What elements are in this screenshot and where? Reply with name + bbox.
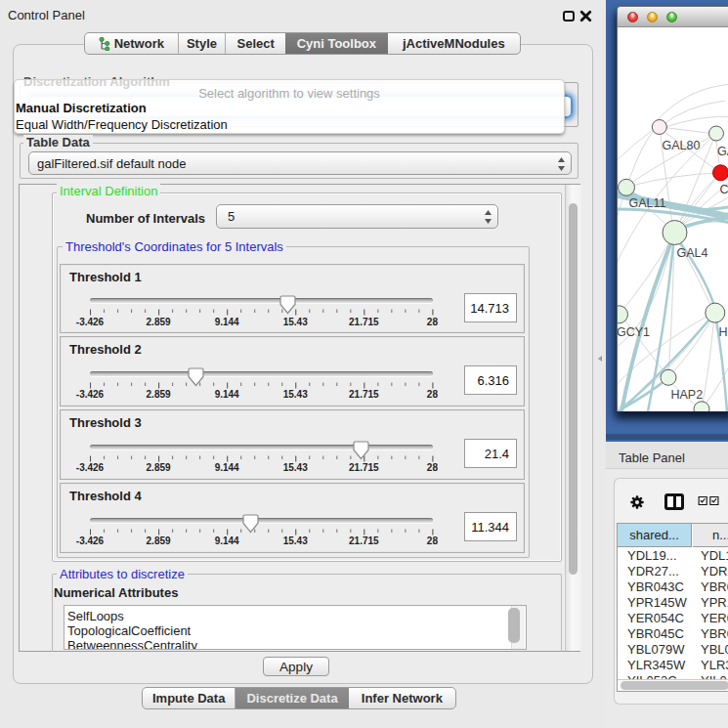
svg-text:H: H <box>719 325 728 339</box>
svg-text:GAL80: GAL80 <box>663 139 701 152</box>
svg-text:GAL4: GAL4 <box>677 246 708 260</box>
svg-text:HAP2: HAP2 <box>671 388 704 402</box>
svg-text:GAL80: GAL80 <box>717 145 728 158</box>
svg-text:GCY1: GCY1 <box>618 325 650 339</box>
svg-text:C: C <box>720 183 728 196</box>
svg-text:GAL11: GAL11 <box>629 196 666 210</box>
